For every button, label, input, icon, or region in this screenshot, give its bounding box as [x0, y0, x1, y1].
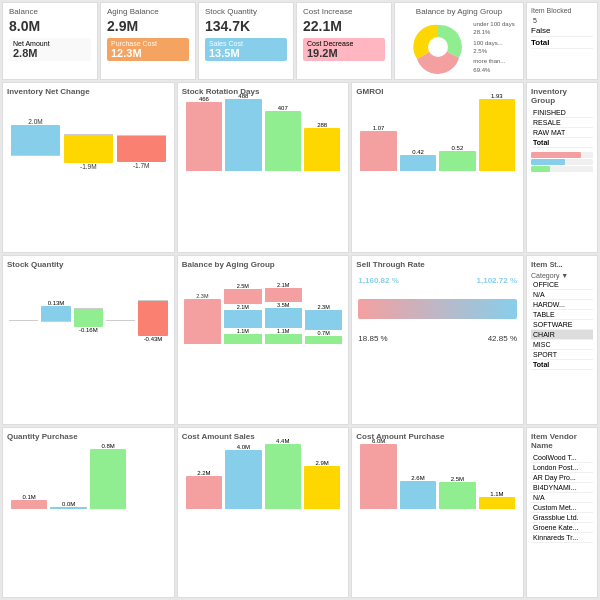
item-cat-table[interactable]: TABLE	[531, 310, 593, 320]
vendor-arday[interactable]: AR Day Pro...	[531, 473, 593, 483]
balance-aging-panel: Balance by Aging Group 2.3M 2.5M 2.1M 1.…	[177, 255, 350, 426]
item-cat-sport[interactable]: SPORT	[531, 350, 593, 360]
item-cat-software[interactable]: SOFTWARE	[531, 320, 593, 330]
gmroi-panel: GMROI 1.07 0.42 0.52 1.93	[351, 82, 524, 253]
item-blocked-false: False	[531, 25, 593, 37]
bar-2: -1.9M	[64, 104, 113, 170]
vendor-coolwood[interactable]: CoolWood T...	[531, 453, 593, 463]
bar-1: 2.0M	[11, 118, 60, 156]
svg-point-0	[428, 37, 448, 57]
kpi-aging: Aging Balance 2.9M Purchase Cost 12.3M	[100, 2, 196, 80]
item-cat-na[interactable]: N/A	[531, 290, 593, 300]
item-blocked-panel: Item Blocked 5 False Total	[526, 2, 598, 80]
kpi-stock: Stock Quantity 134.7K Sales Cost 13.5M	[198, 2, 294, 80]
vendor-kinnareds[interactable]: Kinnareds Tr...	[531, 533, 593, 543]
item-cat-hardw[interactable]: HARDW...	[531, 300, 593, 310]
pie-chart: under 100 days 28.1% 100 days... 2.5% mo…	[399, 18, 519, 76]
vendor-bi4[interactable]: BI4DYNAMI...	[531, 483, 593, 493]
kpi-cost-decrease: Cost Decrease 19.2M	[303, 38, 385, 61]
chart-row-3: Quantity Purchase 0.1M 0.0M 0.8M	[2, 427, 598, 598]
item-blocked-total: Total	[531, 37, 593, 49]
dashboard: Balance 8.0M Net Amount 2.8M Aging Balan…	[0, 0, 600, 600]
vendor-name-panel: Item Vendor Name CoolWood T... London Po…	[526, 427, 598, 598]
chart-row-1: Inventory Net Change 2.0M -1.9M	[2, 82, 598, 253]
chart-row-2: Stock Quantity 0.13M	[2, 255, 598, 426]
kpi-sales-cost: Sales Cost 13.5M	[205, 38, 287, 61]
item-blocked-value: 5	[531, 16, 593, 25]
kpi-net-amount: Net Amount 2.8M	[9, 38, 91, 61]
pie-chart-section: Balance by Aging Group under 100 days 28…	[394, 2, 524, 80]
kpi-balance-value: 8.0M	[9, 18, 91, 34]
item-cat-office[interactable]: OFFICE	[531, 280, 593, 290]
kpi-purchase-cost: Purchase Cost 12.3M	[107, 38, 189, 61]
quantity-purchase-panel: Quantity Purchase 0.1M 0.0M 0.8M	[2, 427, 175, 598]
kpi-balance-label: Balance	[9, 7, 91, 16]
kpi-balance: Balance 8.0M Net Amount 2.8M	[2, 2, 98, 80]
inventory-group-resale[interactable]: RESALE	[531, 118, 593, 128]
vendor-na[interactable]: N/A	[531, 493, 593, 503]
sell-through-panel: Sell Through Rate 1,160.82 % 1,102.72 % …	[351, 255, 524, 426]
inventory-net-change-panel: Inventory Net Change 2.0M -1.9M	[2, 82, 175, 253]
inventory-group-total[interactable]: Total	[531, 138, 593, 148]
vendor-london[interactable]: London Post...	[531, 463, 593, 473]
kpi-cost-increase: Cost Increase 22.1M Cost Decrease 19.2M	[296, 2, 392, 80]
bar-3: -1.7M	[117, 105, 166, 169]
cost-amount-purchase-panel: Cost Amount Purchase 6.0M 2.6M 2.5M 1.1M	[351, 427, 524, 598]
item-cat-total[interactable]: Total	[531, 360, 593, 370]
item-category-panel: Item St... Category ▼ OFFICE N/A HARDW..…	[526, 255, 598, 426]
item-cat-chair[interactable]: CHAIR	[531, 330, 593, 340]
item-cat-misc[interactable]: MISC	[531, 340, 593, 350]
vendor-grassblue[interactable]: Grassblue Ltd.	[531, 513, 593, 523]
stock-quantity-panel: Stock Quantity 0.13M	[2, 255, 175, 426]
vendor-groene[interactable]: Groene Kate...	[531, 523, 593, 533]
inventory-group-panel: Inventory Group FINISHED RESALE RAW MAT …	[526, 82, 598, 253]
stock-rotation-panel: Stock Rotation Days 466 488 407 288	[177, 82, 350, 253]
inventory-group-finished[interactable]: FINISHED	[531, 108, 593, 118]
vendor-custom[interactable]: Custom Met...	[531, 503, 593, 513]
inventory-group-rawmat[interactable]: RAW MAT	[531, 128, 593, 138]
cost-amount-sales-panel: Cost Amount Sales 2.2M 4.0M 4.4M 2.9M	[177, 427, 350, 598]
kpi-row: Balance 8.0M Net Amount 2.8M Aging Balan…	[2, 2, 598, 80]
